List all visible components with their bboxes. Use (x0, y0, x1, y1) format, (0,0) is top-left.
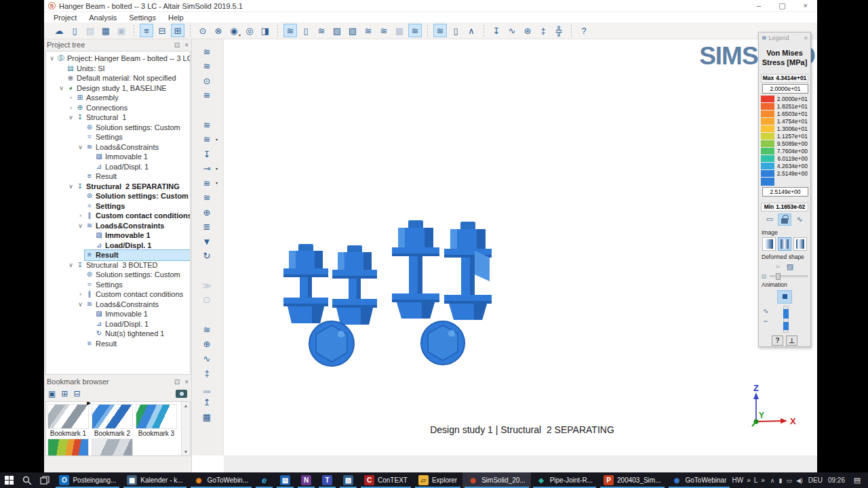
tree-row[interactable]: ∨≋Loads&Constraints (46, 300, 190, 310)
close-panel-icon[interactable]: × (184, 378, 189, 386)
context-editor-taskbar-button[interactable]: CConTEXT (359, 472, 413, 488)
tree-row[interactable]: ≈Settings (46, 132, 190, 142)
show-hide-button[interactable]: ◉▾ (227, 24, 241, 37)
tree-row[interactable]: ∨≋Loads&Constraints (46, 142, 190, 152)
float-panel-icon[interactable]: ⊡ (174, 378, 180, 386)
immovable-support-tool-button[interactable]: ≋ (200, 45, 214, 58)
scroll-down-icon[interactable]: ▼ (184, 449, 189, 454)
force-load-tool-button[interactable]: ↧ (200, 147, 214, 161)
bookmark-thumbnail[interactable] (47, 404, 89, 429)
separate-parts-button[interactable]: ⊗ (212, 24, 225, 37)
legend-plot-button[interactable]: ⊥ (786, 336, 797, 346)
open-from-cloud-button[interactable]: ☁ (52, 24, 66, 37)
snapshot-camera-icon[interactable] (176, 390, 187, 398)
tree-row[interactable]: ≡Result (46, 171, 190, 182)
close-button[interactable]: × (804, 1, 808, 10)
spot-constraint-tool-button[interactable]: ≋ (200, 89, 214, 102)
thermal-study-button[interactable]: ⊛ (521, 24, 534, 37)
help-button[interactable]: ? (577, 24, 591, 37)
show-all-button[interactable]: ◎ (243, 24, 256, 37)
expand-chevron-icon[interactable]: › (66, 94, 75, 101)
hinge-support-tool-button[interactable]: ⊙ (200, 74, 214, 87)
bolt-group-tool-button[interactable]: ▦ (200, 410, 214, 424)
response-curve-tool-button[interactable]: ∿ (200, 352, 214, 365)
slider-segment[interactable] (783, 309, 789, 319)
menu-analysis[interactable]: Analysis (89, 14, 117, 22)
structural-analysis-button[interactable]: ≋ (433, 24, 447, 37)
hydrostatic-load-tool-button[interactable]: ≋ (200, 191, 214, 205)
animation-wave-icon[interactable]: ∿ (763, 306, 768, 316)
menu-help[interactable]: Help (168, 14, 184, 22)
tree-row[interactable]: ⊿Load/Displ. 1 (46, 319, 190, 329)
image-style-3-button[interactable] (793, 237, 807, 251)
simsolid-app-taskbar-button[interactable]: ◉SimSolid_20... (462, 472, 530, 488)
tree-row[interactable]: ⊛Solution settings: Custom (46, 270, 190, 280)
tree-row[interactable]: ↻Nut(s) tightened 1 (46, 329, 190, 339)
expand-chevron-icon[interactable]: › (76, 212, 85, 219)
tree-row[interactable]: ∨↧Structural 1 (46, 113, 190, 123)
connections-spring-button[interactable]: ≋ (283, 24, 297, 37)
slider-handle[interactable] (776, 273, 781, 280)
tree-row[interactable]: ≈Settings (46, 280, 190, 290)
project-tree-toggle-button[interactable]: ≡ (140, 24, 153, 37)
taskbar-search-button[interactable] (18, 472, 35, 488)
remote-mass-tool-button[interactable]: ⊕ (200, 338, 214, 351)
thermal-load-tool-button[interactable]: ≣ (200, 220, 214, 234)
tree-row[interactable]: ▤Units: SI (46, 64, 190, 74)
action-center-icon[interactable]: ▤ (850, 476, 864, 485)
spot-weld-button[interactable]: ≋ (315, 24, 328, 37)
temperature-tool-button[interactable]: ‡ (536, 24, 550, 37)
open-folder-button[interactable]: ▦ (99, 24, 113, 37)
collapse-chevron-icon[interactable]: ∨ (66, 114, 75, 121)
edge-browser-taskbar-button[interactable]: e (254, 472, 275, 488)
tree-row[interactable]: ⊿Load/Displ. 1 (46, 162, 190, 172)
new-project-button[interactable]: ▯ (68, 24, 81, 37)
collapse-chevron-icon[interactable]: ∨ (66, 262, 75, 268)
tree-row[interactable]: ▨Immovable 1 (46, 152, 190, 162)
joint-connector-button[interactable]: ≋ (377, 24, 391, 37)
collapse-chevron-icon[interactable]: ∨ (76, 222, 85, 229)
float-panel-icon[interactable]: ⊡ (174, 41, 180, 49)
bookmark-browser-toggle-button[interactable]: ⊞ (171, 24, 184, 37)
close-panel-icon[interactable]: × (184, 41, 189, 49)
tree-row[interactable]: ⊿Load/Displ. 1 (46, 241, 190, 251)
slider-segment[interactable] (783, 322, 789, 330)
bolt-connection-button[interactable]: ▨ (330, 24, 344, 37)
panel-layout-button[interactable]: ⊟ (155, 24, 169, 37)
collapse-chevron-icon[interactable]: ∨ (57, 85, 66, 92)
animation-ramp-icon[interactable]: ∼ (763, 316, 768, 326)
image-style-2-button[interactable] (778, 237, 791, 251)
battery-icon[interactable]: ▮ (778, 477, 782, 484)
minimize-button[interactable]: – (757, 1, 761, 10)
legend-upper-bound-input[interactable] (762, 84, 808, 94)
task-view-button[interactable] (36, 472, 54, 488)
tree-row[interactable]: ≡Result (46, 339, 190, 349)
enclosure-button[interactable]: ▯ (299, 24, 313, 37)
save-bookmarks-icon[interactable]: ▣ (48, 389, 56, 399)
bookmark-thumbnail[interactable]: ▶ (92, 404, 133, 429)
powerpoint-taskbar-button[interactable]: P200403_Sim... (598, 472, 667, 488)
geometry-measure-button[interactable]: ∧ (465, 24, 478, 37)
maximize-button[interactable]: ▢ (778, 1, 785, 10)
calendar-taskbar-button[interactable]: ▦Kalender - k... (121, 472, 188, 488)
modal-analysis-button[interactable]: ▯ (449, 24, 462, 37)
bolt-tool-button[interactable]: ‡ (200, 367, 214, 380)
misc-app-taskbar-button[interactable]: ▨ (338, 472, 359, 488)
tray-expand-icon[interactable]: ∧ (770, 477, 775, 484)
measure-ruler-icon[interactable]: ▭ (763, 214, 776, 226)
lock-scale-icon[interactable] (778, 214, 791, 226)
remote-load-tool-button[interactable]: ⊸▾ (200, 162, 214, 176)
tree-row[interactable]: ≈Settings (46, 201, 190, 211)
menu-settings[interactable]: Settings (129, 14, 156, 22)
collapse-chevron-icon[interactable]: ∨ (76, 301, 85, 308)
bookmark-scrollbar[interactable]: ▲ ▼ (181, 402, 190, 455)
collapse-chevron-icon[interactable]: ∨ (47, 55, 56, 62)
file-explorer-taskbar-button[interactable]: ▱Explorer (413, 472, 462, 488)
tree-row[interactable]: ▨Immovable 1 (46, 309, 190, 319)
tree-row[interactable]: ›∥Custom contact conditions (46, 211, 190, 221)
tree-row[interactable]: ∨↧Structural 2 SEPARATING (46, 182, 190, 192)
loads-constraints-button[interactable]: ≋ (408, 24, 422, 37)
tree-row[interactable]: ◉Default material: Not specified (46, 73, 190, 83)
add-bookmark-icon[interactable]: ⊞ (61, 389, 68, 399)
gotowebinar-browser-taskbar-button[interactable]: ◉GoToWebin... (189, 472, 254, 488)
